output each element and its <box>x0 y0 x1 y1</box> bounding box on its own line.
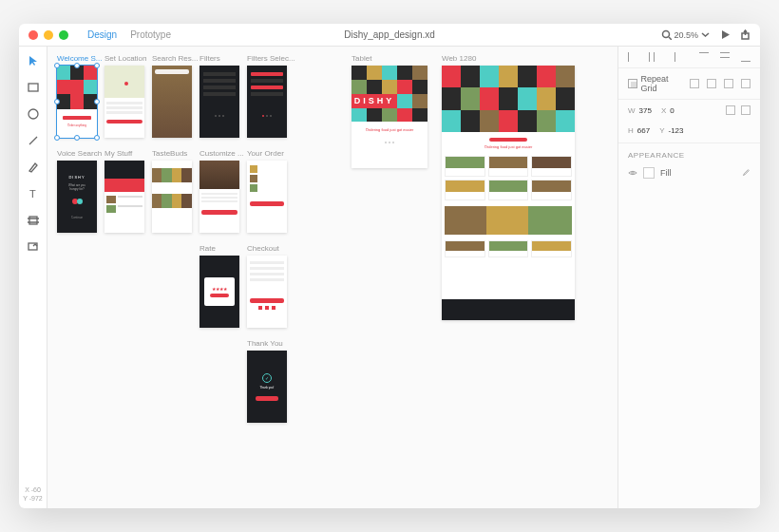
visibility-toggle[interactable] <box>628 168 637 178</box>
artboard-label-welcome[interactable]: Welcome S... <box>57 54 102 63</box>
svg-point-14 <box>632 172 635 175</box>
search-icon <box>661 29 672 40</box>
chevron-down-icon <box>700 29 711 40</box>
x-field[interactable]: X0 <box>661 105 674 115</box>
select-tool[interactable] <box>27 54 40 67</box>
svg-point-0 <box>663 31 670 38</box>
y-field[interactable]: Y-123 <box>659 126 683 135</box>
artboard-label-filters[interactable]: Filters <box>200 54 220 63</box>
fill-swatch[interactable] <box>643 167 655 179</box>
width-field[interactable]: W375 <box>628 105 652 115</box>
tab-prototype[interactable]: Prototype <box>130 29 171 40</box>
close-icon[interactable] <box>28 30 38 40</box>
artboard-thankyou[interactable]: ✓ Thank you! <box>247 351 287 423</box>
artboard-search[interactable] <box>152 66 192 138</box>
appearance-section: APPEARANCE <box>618 143 760 163</box>
artboard-label-thankyou[interactable]: Thank You <box>247 339 283 348</box>
svg-marker-5 <box>29 56 37 66</box>
zoom-tool[interactable] <box>27 240 40 254</box>
tool-palette: T X -60 Y -972 <box>19 47 48 508</box>
artboard-filters-sel[interactable] <box>247 66 287 138</box>
svg-rect-6 <box>28 84 38 91</box>
svg-text:T: T <box>29 188 36 200</box>
align-controls[interactable] <box>628 52 750 62</box>
artboard-label-setlocation[interactable]: Set Location <box>104 54 146 63</box>
svg-line-8 <box>29 137 37 144</box>
share-icon[interactable] <box>740 29 750 40</box>
fill-label: Fill <box>660 168 672 178</box>
artboard-label-mystuff[interactable]: My Stuff <box>104 149 132 158</box>
artboard-label-web[interactable]: Web 1280 <box>442 54 476 63</box>
artboard-setlocation[interactable] <box>104 66 144 138</box>
minimize-icon[interactable] <box>44 30 53 40</box>
artboard-label-filters-sel[interactable]: Filters Selec... <box>247 54 295 63</box>
artboard-tool[interactable] <box>27 214 40 227</box>
artboard-label-customize[interactable]: Customize ... <box>200 149 244 158</box>
artboard-label-tastebuds[interactable]: TasteBuds <box>152 149 187 158</box>
rectangle-tool[interactable] <box>27 81 40 94</box>
artboard-label-checkout[interactable]: Checkout <box>247 244 279 253</box>
eyedropper-icon[interactable] <box>741 168 750 178</box>
flip-h-icon <box>726 105 735 115</box>
zoom-value: 20.5% <box>674 30 698 40</box>
artboard-label-voice[interactable]: Voice Search <box>57 149 102 158</box>
artboard-web[interactable]: Ordering food just got easier <box>442 66 575 320</box>
flip-v-icon <box>741 105 750 115</box>
pen-tool[interactable] <box>27 161 40 174</box>
artboard-tastebuds[interactable] <box>152 161 192 233</box>
ellipse-tool[interactable] <box>27 107 40 121</box>
zoom-control[interactable]: 20.5% <box>661 29 711 40</box>
maximize-icon[interactable] <box>59 30 68 40</box>
repeat-grid-button[interactable]: Repeat Grid <box>628 74 684 93</box>
inspector-panel: Repeat Grid W375 X0 H667 Y-123 APPEARANC… <box>618 47 760 508</box>
artboard-filters[interactable] <box>200 66 239 138</box>
artboard-welcome[interactable]: Order anything <box>57 66 97 138</box>
line-tool[interactable] <box>27 134 40 147</box>
svg-marker-2 <box>722 30 730 39</box>
boolean-ops[interactable] <box>690 79 750 88</box>
artboard-label-rate[interactable]: Rate <box>200 244 216 253</box>
flip-controls[interactable] <box>726 105 750 115</box>
window-controls[interactable] <box>28 30 68 40</box>
artboard-mystuff[interactable] <box>104 161 144 233</box>
artboard-customize[interactable] <box>200 161 239 233</box>
svg-line-1 <box>669 37 672 40</box>
repeat-grid-icon <box>628 79 637 88</box>
svg-rect-10 <box>29 217 37 224</box>
canvas-coordinates: X -60 Y -972 <box>23 485 43 508</box>
svg-point-7 <box>28 109 38 119</box>
artboard-tablet[interactable]: DISHY Ordering food just got easier <box>352 66 428 168</box>
artboard-checkout[interactable] <box>247 256 287 328</box>
artboard-label-tablet[interactable]: Tablet <box>352 54 371 63</box>
height-field[interactable]: H667 <box>628 126 650 135</box>
artboard-rate[interactable]: ★★★★ <box>200 256 239 328</box>
artboard-label-order[interactable]: Your Order <box>247 149 284 158</box>
artboard-voice[interactable]: DISHY What are youhungry for? Continue <box>57 161 97 233</box>
document-title: Dishy_app_design.xd <box>344 29 435 40</box>
tab-design[interactable]: Design <box>87 29 117 40</box>
artboard-label-search[interactable]: Search Res... <box>152 54 198 63</box>
play-icon[interactable] <box>720 29 731 40</box>
canvas[interactable]: Welcome S... Order anything Set Location <box>48 47 618 508</box>
artboard-order[interactable] <box>247 161 287 233</box>
text-tool[interactable]: T <box>27 187 40 200</box>
